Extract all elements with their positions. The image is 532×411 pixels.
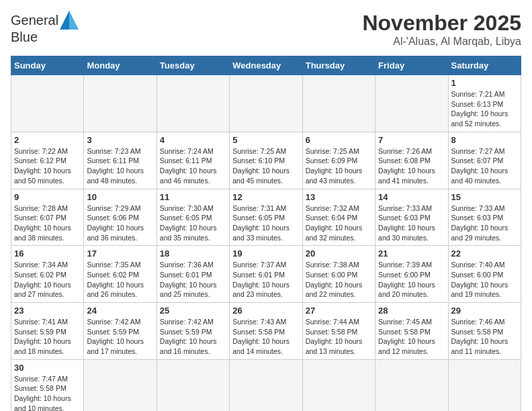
day-info: Sunrise: 7:25 AMSunset: 6:10 PMDaylight:… xyxy=(232,146,299,186)
day-info: Sunrise: 7:22 AMSunset: 6:12 PMDaylight:… xyxy=(14,146,81,186)
calendar-cell: 18Sunrise: 7:36 AMSunset: 6:01 PMDayligh… xyxy=(157,246,229,303)
day-number: 3 xyxy=(87,135,153,145)
day-info: Sunrise: 7:31 AMSunset: 6:05 PMDaylight:… xyxy=(232,203,299,243)
day-info: Sunrise: 7:47 AMSunset: 5:58 PMDaylight:… xyxy=(14,374,81,411)
day-info: Sunrise: 7:32 AMSunset: 6:04 PMDaylight:… xyxy=(306,203,372,243)
calendar-cell: 12Sunrise: 7:31 AMSunset: 6:05 PMDayligh… xyxy=(230,189,302,246)
calendar-cell: 16Sunrise: 7:34 AMSunset: 6:02 PMDayligh… xyxy=(11,246,84,303)
calendar-cell: 22Sunrise: 7:40 AMSunset: 6:00 PMDayligh… xyxy=(448,246,521,303)
day-number: 5 xyxy=(232,135,299,145)
calendar-cell xyxy=(84,75,157,132)
day-number: 1 xyxy=(451,78,518,88)
title-area: November 2025 Al-'Aluas, Al Marqab, Liby… xyxy=(362,11,521,48)
day-number: 9 xyxy=(14,192,81,202)
calendar-cell xyxy=(157,359,229,411)
day-number: 2 xyxy=(14,135,81,145)
weekday-header-friday: Friday xyxy=(375,56,448,75)
logo-text-blue: Blue xyxy=(11,30,38,45)
day-info: Sunrise: 7:26 AMSunset: 6:08 PMDaylight:… xyxy=(378,146,445,186)
calendar-cell xyxy=(302,75,375,132)
day-number: 27 xyxy=(306,306,372,316)
calendar-cell: 24Sunrise: 7:42 AMSunset: 5:59 PMDayligh… xyxy=(84,303,157,360)
calendar-cell: 23Sunrise: 7:41 AMSunset: 5:59 PMDayligh… xyxy=(11,303,84,360)
day-number: 6 xyxy=(306,135,372,145)
day-number: 23 xyxy=(14,306,81,316)
calendar-cell: 25Sunrise: 7:42 AMSunset: 5:59 PMDayligh… xyxy=(157,303,229,360)
weekday-header-sunday: Sunday xyxy=(11,56,84,75)
calendar-cell xyxy=(230,359,302,411)
day-info: Sunrise: 7:42 AMSunset: 5:59 PMDaylight:… xyxy=(87,317,153,357)
calendar-cell: 30Sunrise: 7:47 AMSunset: 5:58 PMDayligh… xyxy=(11,359,84,411)
day-number: 26 xyxy=(232,306,299,316)
calendar-cell: 21Sunrise: 7:39 AMSunset: 6:00 PMDayligh… xyxy=(375,246,448,303)
day-info: Sunrise: 7:25 AMSunset: 6:09 PMDaylight:… xyxy=(306,146,372,186)
day-info: Sunrise: 7:42 AMSunset: 5:59 PMDaylight:… xyxy=(160,317,226,357)
day-info: Sunrise: 7:40 AMSunset: 6:00 PMDaylight:… xyxy=(451,260,518,300)
calendar-cell: 20Sunrise: 7:38 AMSunset: 6:00 PMDayligh… xyxy=(302,246,375,303)
day-number: 29 xyxy=(451,306,518,316)
day-info: Sunrise: 7:30 AMSunset: 6:05 PMDaylight:… xyxy=(160,203,226,243)
day-number: 21 xyxy=(378,248,445,259)
day-number: 17 xyxy=(87,248,153,259)
calendar-cell: 13Sunrise: 7:32 AMSunset: 6:04 PMDayligh… xyxy=(302,189,375,246)
day-info: Sunrise: 7:38 AMSunset: 6:00 PMDaylight:… xyxy=(306,260,372,300)
day-number: 28 xyxy=(378,306,445,316)
calendar-cell xyxy=(84,359,157,411)
calendar-cell: 2Sunrise: 7:22 AMSunset: 6:12 PMDaylight… xyxy=(11,132,84,189)
day-number: 8 xyxy=(451,135,518,145)
calendar-cell: 4Sunrise: 7:24 AMSunset: 6:11 PMDaylight… xyxy=(157,132,229,189)
weekday-header-monday: Monday xyxy=(84,56,157,75)
day-number: 16 xyxy=(14,248,81,259)
calendar-cell: 8Sunrise: 7:27 AMSunset: 6:07 PMDaylight… xyxy=(448,132,521,189)
day-info: Sunrise: 7:41 AMSunset: 5:59 PMDaylight:… xyxy=(14,317,81,357)
calendar-table: SundayMondayTuesdayWednesdayThursdayFrid… xyxy=(11,56,521,411)
day-info: Sunrise: 7:28 AMSunset: 6:07 PMDaylight:… xyxy=(14,203,81,243)
weekday-header-tuesday: Tuesday xyxy=(157,56,229,75)
day-number: 25 xyxy=(160,306,226,316)
calendar-cell xyxy=(230,75,302,132)
day-info: Sunrise: 7:45 AMSunset: 5:58 PMDaylight:… xyxy=(378,317,445,357)
day-info: Sunrise: 7:46 AMSunset: 5:58 PMDaylight:… xyxy=(451,317,518,357)
calendar-cell: 1Sunrise: 7:21 AMSunset: 6:13 PMDaylight… xyxy=(448,75,521,132)
calendar-cell: 29Sunrise: 7:46 AMSunset: 5:58 PMDayligh… xyxy=(448,303,521,360)
day-number: 14 xyxy=(378,192,445,202)
day-number: 12 xyxy=(232,192,299,202)
day-number: 7 xyxy=(378,135,445,145)
calendar-cell: 19Sunrise: 7:37 AMSunset: 6:01 PMDayligh… xyxy=(230,246,302,303)
calendar-cell: 11Sunrise: 7:30 AMSunset: 6:05 PMDayligh… xyxy=(157,189,229,246)
calendar-cell: 9Sunrise: 7:28 AMSunset: 6:07 PMDaylight… xyxy=(11,189,84,246)
day-info: Sunrise: 7:27 AMSunset: 6:07 PMDaylight:… xyxy=(451,146,518,186)
calendar-title: November 2025 xyxy=(362,11,521,36)
day-number: 15 xyxy=(451,192,518,202)
calendar-cell xyxy=(448,359,521,411)
logo: General Blue xyxy=(11,11,79,45)
weekday-header-wednesday: Wednesday xyxy=(230,56,302,75)
day-info: Sunrise: 7:39 AMSunset: 6:00 PMDaylight:… xyxy=(378,260,445,300)
calendar-subtitle: Al-'Aluas, Al Marqab, Libya xyxy=(362,36,521,48)
logo-text-general: General xyxy=(11,13,58,28)
day-info: Sunrise: 7:24 AMSunset: 6:11 PMDaylight:… xyxy=(160,146,226,186)
day-number: 13 xyxy=(306,192,372,202)
calendar-cell: 27Sunrise: 7:44 AMSunset: 5:58 PMDayligh… xyxy=(302,303,375,360)
calendar-cell: 6Sunrise: 7:25 AMSunset: 6:09 PMDaylight… xyxy=(302,132,375,189)
day-number: 24 xyxy=(87,306,153,316)
day-info: Sunrise: 7:43 AMSunset: 5:58 PMDaylight:… xyxy=(232,317,299,357)
calendar-cell: 28Sunrise: 7:45 AMSunset: 5:58 PMDayligh… xyxy=(375,303,448,360)
day-info: Sunrise: 7:44 AMSunset: 5:58 PMDaylight:… xyxy=(306,317,372,357)
day-number: 18 xyxy=(160,248,226,259)
weekday-header-saturday: Saturday xyxy=(448,56,521,75)
calendar-cell: 7Sunrise: 7:26 AMSunset: 6:08 PMDaylight… xyxy=(375,132,448,189)
day-number: 30 xyxy=(14,363,81,373)
calendar-cell xyxy=(11,75,84,132)
calendar-cell: 5Sunrise: 7:25 AMSunset: 6:10 PMDaylight… xyxy=(230,132,302,189)
day-info: Sunrise: 7:36 AMSunset: 6:01 PMDaylight:… xyxy=(160,260,226,300)
calendar-cell xyxy=(375,75,448,132)
calendar-cell xyxy=(157,75,229,132)
day-number: 22 xyxy=(451,248,518,259)
day-number: 10 xyxy=(87,192,153,202)
calendar-cell: 17Sunrise: 7:35 AMSunset: 6:02 PMDayligh… xyxy=(84,246,157,303)
day-number: 19 xyxy=(232,248,299,259)
calendar-cell xyxy=(302,359,375,411)
day-info: Sunrise: 7:21 AMSunset: 6:13 PMDaylight:… xyxy=(451,89,518,129)
calendar-cell: 15Sunrise: 7:33 AMSunset: 6:03 PMDayligh… xyxy=(448,189,521,246)
